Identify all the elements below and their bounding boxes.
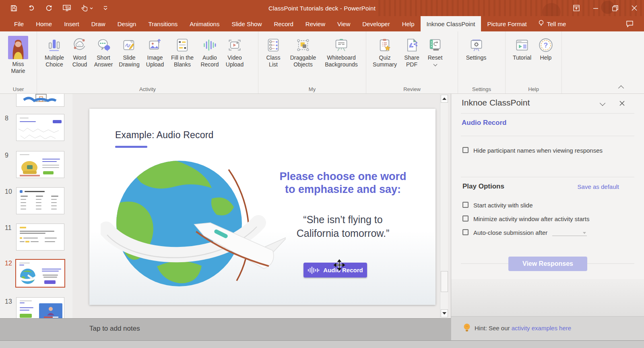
ribbon-group-review: Quiz Summary Share PDF Reset Review <box>366 31 458 93</box>
audio-record-button[interactable]: Audio Record <box>197 34 222 68</box>
status-bar <box>0 340 644 348</box>
panel-section-title: Audio Record <box>462 119 506 127</box>
scrollbar-thumb[interactable] <box>441 271 448 292</box>
tab-developer[interactable]: Developer <box>356 16 396 31</box>
slide-prompt-text: Please choose one word to emphasize and … <box>258 170 427 196</box>
hide-names-checkbox-row[interactable]: Hide participant names when viewing resp… <box>462 146 611 155</box>
tab-help[interactable]: Help <box>396 16 421 31</box>
tab-view[interactable]: View <box>331 16 356 31</box>
tab-design[interactable]: Design <box>111 16 142 31</box>
auto-close-checkbox-row[interactable]: Auto-close submission after <box>462 228 587 237</box>
scroll-up-button[interactable] <box>441 95 448 103</box>
checkbox-icon[interactable] <box>462 202 469 208</box>
svg-text:?: ? <box>544 41 548 49</box>
settings-button[interactable]: Settings <box>461 34 491 61</box>
hint-bar: Hint: See our activity examples here <box>451 316 644 340</box>
tab-picture-format[interactable]: Picture Format <box>481 16 533 31</box>
slide-editor-area: Example: Audio Record <box>72 94 451 318</box>
dropdown-chevron-icon <box>583 232 586 234</box>
short-answer-button[interactable]: Short Answer <box>91 34 116 68</box>
editor-scrollbar[interactable] <box>440 94 448 318</box>
view-responses-button[interactable]: View Responses <box>508 257 587 271</box>
slide-quote-text: “She isn’t flying to California tomorrow… <box>258 213 427 240</box>
tab-transitions[interactable]: Transitions <box>142 16 184 31</box>
video-upload-button[interactable]: Video Upload <box>222 34 247 68</box>
class-list-button[interactable]: Class List <box>262 34 285 68</box>
customize-qat-icon[interactable] <box>103 6 107 10</box>
tab-review[interactable]: Review <box>299 16 331 31</box>
slide-thumbnail-panel[interactable]: 8 9 <box>0 94 72 318</box>
notes-pane[interactable]: Tap to add notes <box>0 318 451 340</box>
audio-record-icon <box>202 36 217 54</box>
tab-tell-me[interactable]: Tell me <box>533 16 572 31</box>
touch-mouse-mode-icon[interactable] <box>81 4 93 12</box>
ribbon-group-activity: Multiple Choice Word Cloud Short Answer … <box>37 31 258 93</box>
image-upload-icon <box>148 36 162 54</box>
tab-insert[interactable]: Insert <box>58 16 85 31</box>
tab-record[interactable]: Record <box>268 16 299 31</box>
checkbox-icon[interactable] <box>462 147 469 153</box>
reset-icon <box>428 36 442 54</box>
panel-close-icon[interactable] <box>619 100 625 108</box>
ribbon-tabs: File Home Insert Draw Design Transitions… <box>0 16 644 31</box>
image-upload-button[interactable]: Image Upload <box>142 34 167 68</box>
auto-close-duration-dropdown[interactable] <box>552 230 587 236</box>
minimize-button[interactable] <box>586 0 605 16</box>
waveform-icon <box>308 266 320 274</box>
slide-drawing-button[interactable]: Slide Drawing <box>116 34 142 68</box>
quiz-summary-button[interactable]: Quiz Summary <box>369 34 400 68</box>
word-cloud-button[interactable]: Word Cloud <box>68 34 91 68</box>
title-bar: ClassPoint Tutorials deck - PowerPoint <box>0 0 644 16</box>
close-button[interactable] <box>625 0 644 16</box>
slide-canvas[interactable]: Example: Audio Record <box>89 109 436 305</box>
activity-examples-link[interactable]: activity examples here <box>512 325 571 331</box>
start-slideshow-icon[interactable] <box>63 5 71 12</box>
scroll-down-button[interactable] <box>441 309 448 317</box>
tutorial-button[interactable]: Tutorial <box>509 34 535 61</box>
word-cloud-icon <box>73 36 87 54</box>
whiteboard-backgrounds-button[interactable]: Whiteboard Backgrounds <box>321 34 361 68</box>
minimize-window-checkbox-row[interactable]: Minimize activity window after activity … <box>462 215 589 223</box>
slide-audio-record-button[interactable]: Audio Record <box>303 263 367 278</box>
reset-button[interactable]: Reset <box>423 34 447 66</box>
multiple-choice-button[interactable]: Multiple Choice <box>40 34 68 68</box>
checkbox-icon[interactable] <box>462 229 469 235</box>
fill-in-the-blanks-button[interactable]: Fill in the Blanks <box>167 34 197 68</box>
reset-dropdown-chevron-icon <box>433 62 437 66</box>
share-pdf-button[interactable]: Share PDF <box>400 34 423 68</box>
undo-icon[interactable] <box>28 5 35 11</box>
help-button[interactable]: ? Help <box>535 34 556 61</box>
class-list-icon <box>267 36 280 54</box>
tab-draw[interactable]: Draw <box>85 16 111 31</box>
settings-icon <box>469 36 483 54</box>
tab-home[interactable]: Home <box>30 16 58 31</box>
checkbox-icon[interactable] <box>462 215 469 222</box>
tab-slide-show[interactable]: Slide Show <box>225 16 268 31</box>
ribbon-group-my: Class List Draggable Objects Whiteboard … <box>258 31 366 93</box>
ribbon-group-user: Miss Marie User <box>0 31 37 93</box>
inknoe-classpoint-panel: Inknoe ClassPoint Audio Record Hide part… <box>451 94 644 340</box>
panel-collapse-chevron-icon[interactable] <box>600 100 605 106</box>
play-options-title: Play Options <box>462 182 504 191</box>
save-icon[interactable] <box>10 5 17 12</box>
globe-airplane-illustration <box>101 147 286 304</box>
ribbon-display-options-icon[interactable] <box>567 0 586 16</box>
redo-icon[interactable] <box>45 5 52 12</box>
start-activity-checkbox-row[interactable]: Start activity with slide <box>462 201 533 209</box>
slide-drawing-icon <box>122 36 136 54</box>
ribbon-group-help: Tutorial ? Help Help <box>506 31 562 93</box>
tab-file[interactable]: File <box>8 16 30 31</box>
whiteboard-backgrounds-icon <box>334 36 349 54</box>
draggable-objects-icon <box>296 36 310 54</box>
tab-inknoe-classpoint[interactable]: Inknoe ClassPoint <box>421 16 481 31</box>
lightbulb-hint-icon <box>463 323 471 334</box>
lightbulb-icon <box>539 20 544 28</box>
notes-placeholder[interactable]: Tap to add notes <box>89 325 140 333</box>
restore-button[interactable] <box>605 0 625 16</box>
user-profile-button[interactable]: Miss Marie <box>3 34 33 75</box>
comments-icon[interactable] <box>626 16 644 31</box>
save-as-default-link[interactable]: Save as default <box>578 183 619 190</box>
tab-animations[interactable]: Animations <box>184 16 225 31</box>
draggable-objects-button[interactable]: Draggable Objects <box>285 34 321 68</box>
multiple-choice-icon <box>48 36 61 54</box>
